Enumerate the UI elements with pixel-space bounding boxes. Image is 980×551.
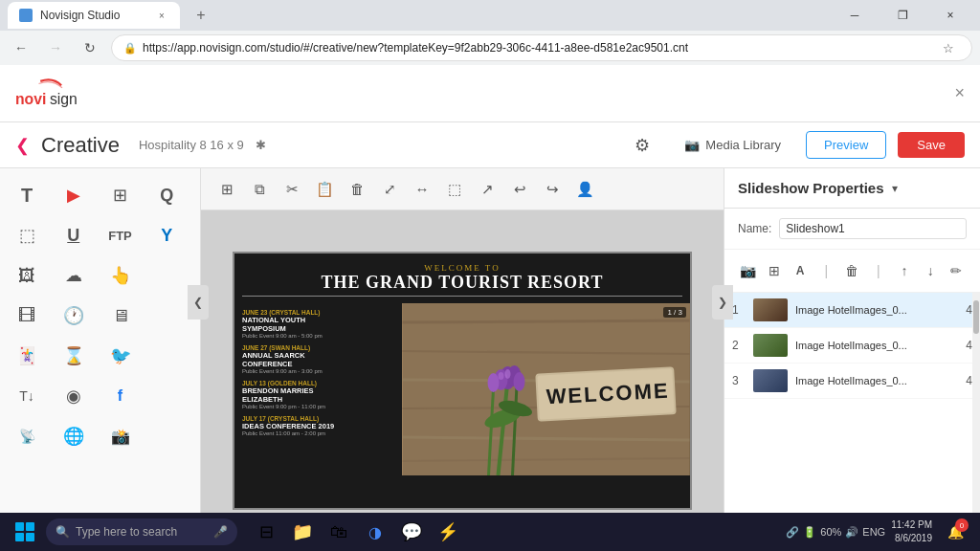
- settings-btn[interactable]: ⚙: [625, 128, 659, 163]
- svg-point-19: [505, 369, 511, 379]
- sep2: |: [868, 257, 888, 284]
- delete-slide-btn[interactable]: 🗑: [842, 257, 862, 284]
- battery-icon[interactable]: 🔋: [803, 526, 816, 539]
- back-btn[interactable]: ←: [8, 34, 34, 61]
- video-widget[interactable]: 🎞: [8, 297, 46, 335]
- twitter-widget[interactable]: 🐦: [101, 337, 140, 375]
- slides-list: 1 Image HotelImages_0... 4 2 Image Hotel…: [724, 293, 980, 514]
- panel-collapse-btn[interactable]: ▾: [892, 182, 898, 195]
- close-btn[interactable]: ×: [928, 0, 972, 31]
- maximize-btn[interactable]: ❐: [880, 0, 924, 31]
- text-slide-btn[interactable]: A: [790, 257, 810, 284]
- undo-btn[interactable]: ↩: [505, 175, 534, 204]
- scrollbar-thumb[interactable]: [973, 300, 979, 334]
- new-tab-btn[interactable]: +: [188, 2, 214, 29]
- name-row: Name:: [724, 209, 980, 250]
- slide-name: Image HotelImages_0...: [795, 375, 958, 386]
- address-bar[interactable]: 🔒 https://app.novisign.com/studio/#/crea…: [111, 34, 972, 61]
- preview-btn[interactable]: Preview: [806, 131, 886, 159]
- welcome-to-text: WELCOME TO: [234, 263, 690, 273]
- search-icon: 🔍: [56, 525, 70, 539]
- underline-widget[interactable]: U: [55, 216, 93, 254]
- screen-widget[interactable]: 🖥: [101, 297, 140, 335]
- refresh-btn[interactable]: ↻: [77, 34, 103, 61]
- copy-btn[interactable]: 📋: [310, 175, 339, 204]
- slide-row[interactable]: 1 Image HotelImages_0... 4: [724, 293, 980, 328]
- image-widget[interactable]: 🖼: [8, 256, 46, 295]
- camera-slide-btn[interactable]: 📷: [738, 257, 758, 284]
- slide-duration: 4: [966, 303, 972, 317]
- volume-icon[interactable]: 🔊: [845, 526, 858, 539]
- qr-widget[interactable]: Q: [147, 176, 186, 214]
- right-panel-toggle-btn[interactable]: ❯: [712, 285, 733, 320]
- cut-btn[interactable]: ✂: [278, 175, 306, 204]
- left-panel-toggle-btn[interactable]: ❮: [188, 285, 209, 320]
- grid-widget[interactable]: ⊞: [101, 176, 140, 214]
- timer-widget[interactable]: ⌛: [55, 337, 93, 375]
- save-btn[interactable]: Save: [898, 132, 965, 158]
- back-arrow-btn[interactable]: ❮: [15, 135, 30, 156]
- chrome-btn[interactable]: ◑: [358, 515, 392, 549]
- media-library-btn[interactable]: 📷 Media Library: [671, 132, 794, 158]
- grid-view-btn[interactable]: ⊞: [212, 175, 241, 204]
- youtube-widget[interactable]: ▶: [55, 176, 93, 214]
- down-slide-btn[interactable]: ↓: [921, 257, 941, 284]
- toolbar: ⊞ ⧉ ✂ 📋 🗑 ⤢ ↔ ⬚ ↗ ↩ ↪ 👤: [201, 168, 724, 210]
- explorer-btn[interactable]: 📁: [285, 515, 320, 549]
- clock: 11:42 PM 8/6/2019: [891, 518, 932, 545]
- browser-tab[interactable]: Novisign Studio ×: [8, 2, 180, 29]
- edge-btn[interactable]: ⚡: [431, 515, 465, 549]
- yammer-widget[interactable]: Y: [147, 216, 186, 254]
- minimize-btn[interactable]: ─: [833, 0, 877, 31]
- slide-row[interactable]: 3 Image HotelImages_0... 4: [724, 364, 980, 399]
- align-h-btn[interactable]: ↔: [408, 175, 436, 204]
- slide-num: 1: [732, 303, 746, 317]
- network-icon[interactable]: 🔗: [786, 526, 799, 539]
- align-v-btn[interactable]: ⬚: [440, 175, 469, 204]
- front-btn[interactable]: ↗: [473, 175, 501, 204]
- canvas[interactable]: WELCOME TO THE GRAND TOURIST RESORT JUNE…: [233, 252, 692, 510]
- resort-title: THE GRAND TOURIST RESORT: [234, 273, 690, 293]
- clock-widget[interactable]: 🕐: [55, 297, 93, 335]
- taskbar-right: 🔗 🔋 60% 🔊 ENG 11:42 PM 8/6/2019 🔔 0: [786, 515, 972, 549]
- edit-slide-btn[interactable]: ✏: [947, 257, 967, 284]
- language-icon[interactable]: ENG: [862, 526, 885, 538]
- rss-widget[interactable]: 📡: [8, 417, 46, 455]
- cards-widget[interactable]: 🃏: [8, 337, 46, 375]
- panel-header: Slideshow Properties ▾: [724, 168, 980, 209]
- cloud-widget[interactable]: ☁: [55, 256, 93, 295]
- bookmark-btn[interactable]: ☆: [937, 36, 960, 59]
- topbar-close-btn[interactable]: ×: [954, 83, 965, 103]
- duplicate-btn[interactable]: ⧉: [245, 175, 274, 204]
- store-btn[interactable]: 🛍: [322, 515, 356, 549]
- search-bar[interactable]: 🔍 Type here to search 🎤: [46, 518, 237, 545]
- events-panel: JUNE 23 (CRYSTAL HALL) NATIONAL YOUTHSYM…: [234, 303, 402, 475]
- slide-thumb: [753, 334, 788, 357]
- expand-btn[interactable]: ⤢: [375, 175, 404, 204]
- redo-btn[interactable]: ↪: [538, 175, 567, 204]
- mic-icon[interactable]: 🎤: [213, 525, 228, 539]
- slideshow-name-input[interactable]: [779, 218, 967, 239]
- handpoint-widget[interactable]: 👆: [101, 256, 140, 295]
- ftp-widget[interactable]: FTP: [101, 216, 140, 254]
- tab-close-btn[interactable]: ×: [155, 9, 168, 22]
- forward-btn[interactable]: →: [42, 34, 69, 61]
- facebook-widget[interactable]: f: [101, 377, 140, 415]
- web-widget[interactable]: 🌐: [55, 417, 93, 455]
- skype-btn[interactable]: 💬: [394, 515, 429, 549]
- delete-btn[interactable]: 🗑: [343, 175, 371, 204]
- user-btn[interactable]: 👤: [570, 175, 599, 204]
- text3-widget[interactable]: T↓: [8, 377, 46, 415]
- event-item: JULY 17 (CRYSTAL HALL) IDEAS CONFERENCE …: [242, 415, 394, 436]
- up-slide-btn[interactable]: ↑: [894, 257, 914, 284]
- text-widget[interactable]: T: [8, 176, 46, 214]
- grid-slide-btn[interactable]: ⊞: [764, 257, 784, 284]
- task-view-btn[interactable]: ⊟: [249, 515, 283, 549]
- slide-row[interactable]: 2 Image HotelImages_0... 4: [724, 328, 980, 364]
- start-btn[interactable]: [8, 515, 42, 549]
- compass-widget[interactable]: ◉: [55, 377, 93, 415]
- notification-btn[interactable]: 🔔 0: [938, 515, 972, 549]
- resize-widget[interactable]: ⬚: [8, 216, 46, 254]
- star-icon[interactable]: ✱: [256, 138, 266, 152]
- instagram-widget[interactable]: 📸: [101, 417, 140, 455]
